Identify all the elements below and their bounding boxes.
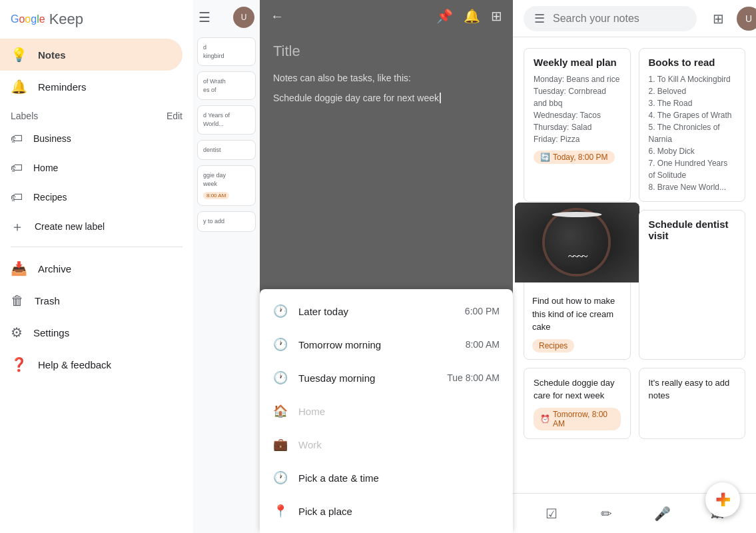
note-card-weekly-meal[interactable]: Weekly meal plan Monday: Beans and rice … [524,48,631,202]
checkbox-icon[interactable]: ☑ [538,500,565,527]
reminder-time: Tue 8:00 AM [447,372,500,383]
google-text: Google [11,13,45,25]
reminder-pick-place[interactable]: 📍 Pick a place [260,494,513,528]
nav-notes-label: Notes [38,49,66,61]
reminder-work: 💼 Work [260,428,513,461]
trash-icon: 🗑 [11,293,24,308]
note-title: Schedule dentist visit [649,219,736,241]
reminder-tuesday-morning[interactable]: 🕐 Tuesday morning Tue 8:00 AM [260,361,513,394]
label-icon: 🏷 [11,191,23,205]
notes-grid: Weekly meal plan Monday: Beans and rice … [513,37,756,493]
note-tag: Recipes [532,339,574,352]
note-preview-text: d Years ofWorld... [203,111,250,128]
fab-plus-icon: ✚ [715,489,731,511]
location-icon: 📍 [273,504,288,518]
reminder-time: 8:00 AM [466,339,500,350]
note-image: ~~~~ [515,203,639,282]
search-bar[interactable]: ☰ [524,6,697,31]
note-reminder-badge: 🔄 Today, 8:00 PM [534,151,615,164]
reminder-label: Later today [298,306,454,317]
archive-icon: 📥 [11,261,27,276]
title-placeholder: Title [273,43,300,59]
bell-icon: 🔔 [11,79,27,95]
settings-icon: ⚙ [11,324,23,340]
reminder-label: Tuesday morning [298,372,436,384]
pen-icon[interactable]: ✏ [593,500,620,527]
create-new-label-button[interactable]: ＋ Create new label [0,212,183,241]
mic-icon[interactable]: 🎤 [649,500,675,527]
label-recipes-text: Recipes [33,192,67,203]
label-icon: 🏷 [11,161,23,175]
list-item[interactable]: dkingbird [197,37,256,66]
nav-settings[interactable]: ⚙ Settings [0,316,183,348]
pin-icon[interactable]: 📌 [436,8,453,24]
note-card-ice-cream[interactable]: ~~~~ Find out how to make this kind of i… [524,210,631,360]
note-card-doggie[interactable]: Schedule doggie day care for next week ⏰… [524,368,631,439]
note-body-text: Notes can also be tasks, like this: [273,71,500,85]
note-preview-text: ggie dayweek [203,171,250,188]
note-editor: ← 📌 🔔 ⊞ Title Notes can also be tasks, l… [260,0,513,533]
more-options-icon[interactable]: ⊞ [491,8,502,24]
avatar-mini[interactable]: U [233,7,254,28]
note-card-books[interactable]: Books to read 1. To Kill A Mockingbird 2… [639,48,746,202]
divider [11,247,183,247]
note-card-dentist[interactable]: Schedule dentist visit [639,210,746,360]
nav-reminders[interactable]: 🔔 Reminders [0,71,183,103]
back-button[interactable]: ← [270,9,284,24]
nav-notes[interactable]: 💡 Notes [0,39,183,71]
nav-archive[interactable]: 📥 Archive [0,253,183,284]
reminder-tomorrow-morning[interactable]: 🕐 Tomorrow morning 8:00 AM [260,328,513,361]
note-title: Books to read [649,57,736,68]
nav-archive-label: Archive [38,263,71,274]
clock-icon: 🕐 [273,337,288,352]
list-item[interactable]: y to add [197,211,256,232]
keep-text: Keep [49,11,83,28]
list-item[interactable]: of Wrathes of [197,71,256,100]
menu-icon[interactable]: ☰ [198,9,210,25]
list-item[interactable]: dentist [197,140,256,161]
user-avatar[interactable]: U [737,7,756,31]
reminder-label: Home [298,406,500,417]
home-icon: 🏠 [273,404,288,418]
reminder-label: Pick a date & time [298,472,500,484]
note-title: Weekly meal plan [534,57,621,68]
hamburger-icon[interactable]: ☰ [534,11,545,26]
reminder-label: Pick a place [298,506,500,517]
nav-trash[interactable]: 🗑 Trash [0,284,183,316]
new-note-fab[interactable]: ✚ [705,482,740,517]
note-badge: 8:00 AM [203,192,229,199]
list-item[interactable]: d Years ofWorld... [197,105,256,134]
labels-section: Labels Edit [0,105,193,124]
sidebar-item-home[interactable]: 🏷 Home [0,153,183,183]
nav-settings-label: Settings [33,327,69,338]
sidebar-bottom: 📥 Archive 🗑 Trash ⚙ Settings ❓ Help & fe… [0,253,193,380]
note-title-field[interactable]: Title [260,32,513,65]
middle-header: ☰ U [193,0,260,35]
reminder-pick-date[interactable]: 🕐 Pick a date & time [260,461,513,494]
nav-reminders-label: Reminders [38,81,87,93]
clock-icon: 🕐 [273,470,288,485]
editor-toolbar: ← 📌 🔔 ⊞ [260,0,513,32]
create-label-text: Create new label [35,221,105,232]
nav-help-label: Help & feedback [38,359,111,370]
top-header: ☰ ⊞ U [513,0,756,37]
reminder-time: 6:00 PM [465,306,500,316]
grid-view-icon[interactable]: ⊞ [705,5,731,32]
note-body: Schedule doggie day care for next week [534,376,621,402]
clock-icon: 🕐 [273,370,288,385]
alarm-icon: ⏰ [540,414,550,424]
labels-title: Labels [11,111,38,121]
edit-labels-button[interactable]: Edit [167,111,183,121]
search-input[interactable] [553,13,686,25]
sidebar-item-business[interactable]: 🏷 Business [0,124,183,153]
reminder-dropdown: 🕐 Later today 6:00 PM 🕐 Tomorrow morning… [260,289,513,533]
note-body: Find out how to make this kind of ice cr… [532,294,622,334]
nav-help[interactable]: ❓ Help & feedback [0,348,183,380]
reminder-bell-icon[interactable]: 🔔 [464,8,480,24]
reminder-later-today[interactable]: 🕐 Later today 6:00 PM [260,294,513,328]
clock-icon: 🕐 [273,304,288,318]
task-text: Schedule doggie day care for next week [273,93,439,103]
list-item[interactable]: ggie dayweek 8:00 AM [197,165,256,206]
note-card-easy-notes[interactable]: It's really easy to add notes [639,368,746,439]
sidebar-item-recipes[interactable]: 🏷 Recipes [0,183,183,212]
